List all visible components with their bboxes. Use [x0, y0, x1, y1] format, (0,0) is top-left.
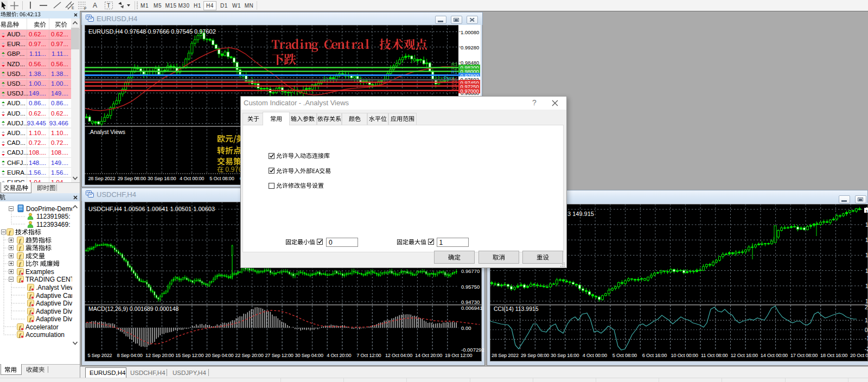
svg-text:T: T [107, 3, 110, 9]
svg-text:S3: S3 [451, 85, 457, 91]
svg-text:E: E [72, 6, 74, 10]
svg-text:F: F [84, 6, 87, 10]
svg-text:R1: R1 [451, 69, 457, 75]
